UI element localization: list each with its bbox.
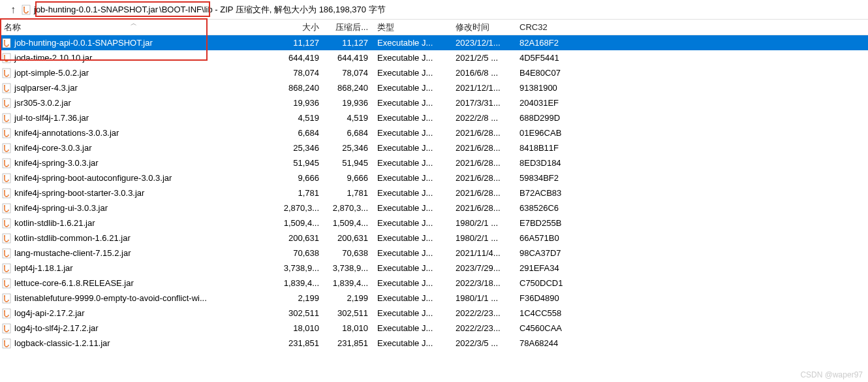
table-row[interactable]: logback-classic-1.2.11.jar231,851231,851… — [0, 336, 868, 351]
cell-crc: B4E80C07 — [516, 68, 581, 78]
up-button[interactable]: ↑ — [5, 4, 21, 16]
cell-crc: 82A168F2 — [516, 38, 581, 48]
cell-compressed: 78,074 — [323, 68, 372, 78]
file-name: knife4j-spring-ui-3.0.3.jar — [14, 203, 108, 213]
table-row[interactable]: knife4j-annotations-3.0.3.jar6,6846,684E… — [0, 125, 868, 140]
cell-type: Executable J... — [372, 338, 450, 348]
svg-point-3 — [4, 40, 5, 41]
svg-point-5 — [4, 55, 5, 56]
cell-date: 2021/2/5 ... — [450, 53, 516, 63]
cell-compressed: 231,851 — [323, 338, 372, 348]
table-row[interactable]: lang-mustache-client-7.15.2.jar70,63870,… — [0, 246, 868, 261]
cell-size: 1,839,4... — [274, 278, 323, 288]
table-row[interactable]: knife4j-spring-boot-starter-3.0.3.jar1,7… — [0, 185, 868, 200]
cell-name: job-hunting-api-0.0.1-SNAPSHOT.jar — [0, 38, 274, 48]
table-row[interactable]: lettuce-core-6.1.8.RELEASE.jar1,839,4...… — [0, 276, 868, 291]
file-name: knife4j-annotations-3.0.3.jar — [14, 128, 119, 138]
svg-point-19 — [4, 160, 5, 161]
svg-point-25 — [4, 205, 5, 206]
cell-crc: 1C4CC558 — [516, 308, 581, 318]
cell-crc: F36D4890 — [516, 293, 581, 303]
cell-size: 231,851 — [274, 338, 323, 348]
cell-date: 1980/1/1 ... — [450, 293, 516, 303]
svg-point-27 — [4, 220, 5, 221]
cell-crc: 59834BF2 — [516, 173, 581, 183]
cell-name: jopt-simple-5.0.2.jar — [0, 68, 274, 78]
cell-name: log4j-to-slf4j-2.17.2.jar — [0, 323, 274, 334]
table-row[interactable]: log4j-api-2.17.2.jar302,511302,511Execut… — [0, 306, 868, 321]
column-header-modified[interactable]: 修改时间 — [450, 20, 516, 35]
svg-point-33 — [4, 265, 5, 266]
cell-compressed: 9,666 — [323, 173, 372, 183]
table-row[interactable]: job-hunting-api-0.0.1-SNAPSHOT.jar11,127… — [0, 35, 868, 50]
table-row[interactable]: kotlin-stdlib-common-1.6.21.jar200,63120… — [0, 231, 868, 246]
table-row[interactable]: knife4j-spring-ui-3.0.3.jar2,870,3...2,8… — [0, 200, 868, 215]
cell-compressed: 3,738,9... — [323, 263, 372, 273]
cell-crc: 8ED3D184 — [516, 158, 581, 168]
table-row[interactable]: lept4j-1.18.1.jar3,738,9...3,738,9...Exe… — [0, 261, 868, 276]
table-row[interactable]: joda-time-2.10.10.jar644,419644,419Execu… — [0, 50, 868, 65]
file-name: listenablefuture-9999.0-empty-to-avoid-c… — [14, 293, 207, 303]
column-header-compressed[interactable]: 压缩后... — [323, 20, 372, 35]
column-header-crc[interactable]: CRC32 — [516, 21, 581, 33]
cell-type: Executable J... — [372, 83, 450, 93]
table-row[interactable]: jsr305-3.0.2.jar19,93619,936Executable J… — [0, 95, 868, 110]
file-list[interactable]: job-hunting-api-0.0.1-SNAPSHOT.jar11,127… — [0, 35, 868, 351]
cell-date: 1980/2/1 ... — [450, 233, 516, 243]
cell-name: jsqlparser-4.3.jar — [0, 83, 274, 93]
path-highlighted: job-hunting-0.0.1-SNAPSHOT.jar — [34, 5, 158, 14]
cell-type: Executable J... — [372, 38, 450, 48]
cell-date: 2016/6/8 ... — [450, 68, 516, 78]
cell-date: 2017/3/31... — [450, 98, 516, 108]
table-row[interactable]: kotlin-stdlib-1.6.21.jar1,509,4...1,509,… — [0, 215, 868, 231]
jar-file-icon — [1, 53, 12, 63]
jar-file-icon — [1, 308, 12, 319]
cell-crc: 66A571B0 — [516, 233, 581, 243]
cell-type: Executable J... — [372, 248, 450, 258]
cell-type: Executable J... — [372, 233, 450, 243]
cell-name: knife4j-spring-boot-autoconfigure-3.0.3.… — [0, 173, 274, 183]
jar-file-icon — [1, 158, 12, 168]
table-row[interactable]: jsqlparser-4.3.jar868,240868,240Executab… — [0, 80, 868, 95]
cell-size: 70,638 — [274, 248, 323, 258]
file-name: jsqlparser-4.3.jar — [14, 83, 78, 93]
jar-file-icon — [1, 218, 12, 229]
column-header-size[interactable]: 大小 — [274, 20, 323, 35]
cell-type: Executable J... — [372, 68, 450, 78]
file-name: log4j-api-2.17.2.jar — [14, 308, 85, 318]
table-row[interactable]: knife4j-spring-boot-autoconfigure-3.0.3.… — [0, 170, 868, 185]
table-row[interactable]: jul-to-slf4j-1.7.36.jar4,5194,519Executa… — [0, 110, 868, 125]
cell-type: Executable J... — [372, 113, 450, 123]
cell-type: Executable J... — [372, 158, 450, 168]
table-row[interactable]: jopt-simple-5.0.2.jar78,07478,074Executa… — [0, 65, 868, 80]
table-row[interactable]: log4j-to-slf4j-2.17.2.jar18,01018,010Exe… — [0, 321, 868, 336]
table-row[interactable]: knife4j-core-3.0.3.jar25,34625,346Execut… — [0, 140, 868, 155]
cell-compressed: 25,346 — [323, 143, 372, 153]
cell-compressed: 51,945 — [323, 158, 372, 168]
cell-type: Executable J... — [372, 323, 450, 333]
cell-date: 2022/3/18... — [450, 278, 516, 288]
cell-name: lettuce-core-6.1.8.RELEASE.jar — [0, 278, 274, 289]
jar-file-icon — [1, 38, 12, 48]
cell-name: jul-to-slf4j-1.7.36.jar — [0, 113, 274, 123]
cell-date: 2021/6/28... — [450, 128, 516, 138]
cell-crc: 91381900 — [516, 83, 581, 93]
cell-date: 2022/3/5 ... — [450, 338, 516, 348]
table-row[interactable]: knife4j-spring-3.0.3.jar51,94551,945Exec… — [0, 155, 868, 170]
cell-name: logback-classic-1.2.11.jar — [0, 338, 274, 349]
column-header-name[interactable]: 名称 ︿ — [0, 20, 274, 35]
svg-point-23 — [4, 190, 5, 191]
column-header-type[interactable]: 类型 — [372, 20, 450, 35]
cell-size: 9,666 — [274, 173, 323, 183]
jar-file-icon — [1, 188, 12, 199]
cell-name: log4j-api-2.17.2.jar — [0, 308, 274, 319]
cell-size: 6,684 — [274, 128, 323, 138]
file-name: joda-time-2.10.10.jar — [14, 53, 92, 63]
svg-point-39 — [4, 310, 5, 311]
cell-name: knife4j-spring-boot-starter-3.0.3.jar — [0, 188, 274, 199]
jar-file-icon — [1, 83, 12, 93]
cell-size: 78,074 — [274, 68, 323, 78]
svg-point-43 — [4, 340, 5, 342]
table-row[interactable]: listenablefuture-9999.0-empty-to-avoid-c… — [0, 291, 868, 306]
cell-crc: C4560CAA — [516, 323, 581, 333]
